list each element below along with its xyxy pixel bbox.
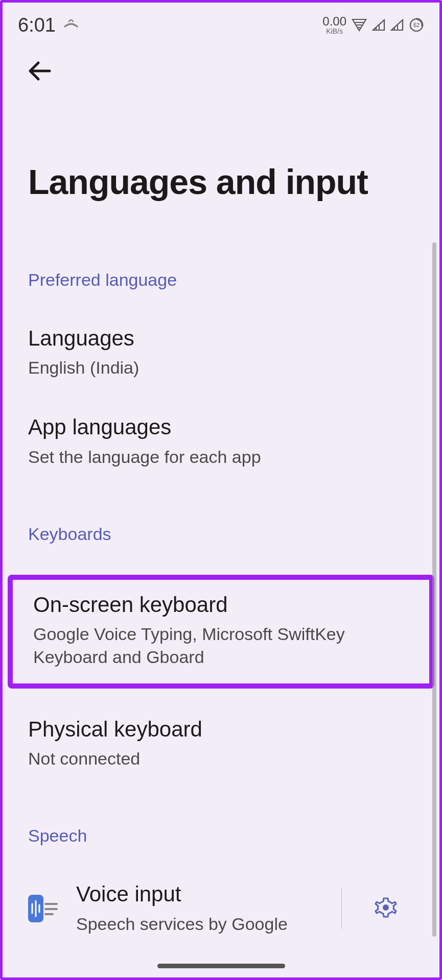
page-title: Languages and input xyxy=(28,163,414,201)
section-header-preferred-language: Preferred language xyxy=(28,270,414,290)
network-speed: 0.00 KiB/s xyxy=(322,15,346,35)
navigation-pill[interactable] xyxy=(157,964,285,968)
content-area: Languages and input Preferred language L… xyxy=(3,38,439,980)
missed-call-icon xyxy=(63,19,79,31)
setting-title: App languages xyxy=(28,414,409,440)
divider xyxy=(341,888,342,929)
signal-icon-1 xyxy=(372,19,385,31)
setting-voice-input[interactable]: Voice input Speech services by Google xyxy=(28,881,414,935)
svg-point-13 xyxy=(383,904,389,911)
highlight-box: On-screen keyboard Google Voice Typing, … xyxy=(8,575,434,689)
setting-languages[interactable]: Languages English (India) xyxy=(28,326,414,379)
setting-on-screen-keyboard[interactable]: On-screen keyboard Google Voice Typing, … xyxy=(33,592,409,668)
setting-title: Physical keyboard xyxy=(28,717,409,742)
section-header-keyboards: Keyboards xyxy=(28,524,414,544)
status-time: 6:01 xyxy=(18,14,56,36)
setting-subtitle: Speech services by Google xyxy=(76,913,319,935)
setting-physical-keyboard[interactable]: Physical keyboard Not connected xyxy=(28,717,414,770)
setting-subtitle: English (India) xyxy=(28,356,409,379)
status-left: 6:01 xyxy=(18,14,79,36)
back-row xyxy=(28,38,414,81)
gear-icon xyxy=(375,896,397,921)
status-bar: 6:01 0.00 KiB/s xyxy=(3,3,439,38)
scrollbar[interactable] xyxy=(432,242,436,937)
setting-app-languages[interactable]: App languages Set the language for each … xyxy=(28,414,414,468)
setting-title: Languages xyxy=(28,326,409,351)
voice-input-settings-button[interactable] xyxy=(370,893,401,924)
battery-icon: 62 xyxy=(409,17,424,33)
setting-subtitle: Set the language for each app xyxy=(28,446,409,468)
wifi-icon xyxy=(352,18,367,32)
setting-title: Voice input xyxy=(76,881,319,907)
device-frame: 6:01 0.00 KiB/s xyxy=(0,0,442,980)
back-arrow-icon[interactable] xyxy=(28,61,414,81)
section-header-speech: Speech xyxy=(28,826,414,846)
setting-subtitle: Not connected xyxy=(28,747,409,770)
svg-text:62: 62 xyxy=(413,22,420,28)
voice-input-text: Voice input Speech services by Google xyxy=(76,881,319,935)
setting-title: On-screen keyboard xyxy=(33,592,404,618)
voice-input-icon xyxy=(28,893,59,924)
signal-icon-2 xyxy=(390,19,404,31)
setting-subtitle: Google Voice Typing, Microsoft SwiftKey … xyxy=(33,623,404,668)
status-right: 0.00 KiB/s xyxy=(322,15,424,35)
